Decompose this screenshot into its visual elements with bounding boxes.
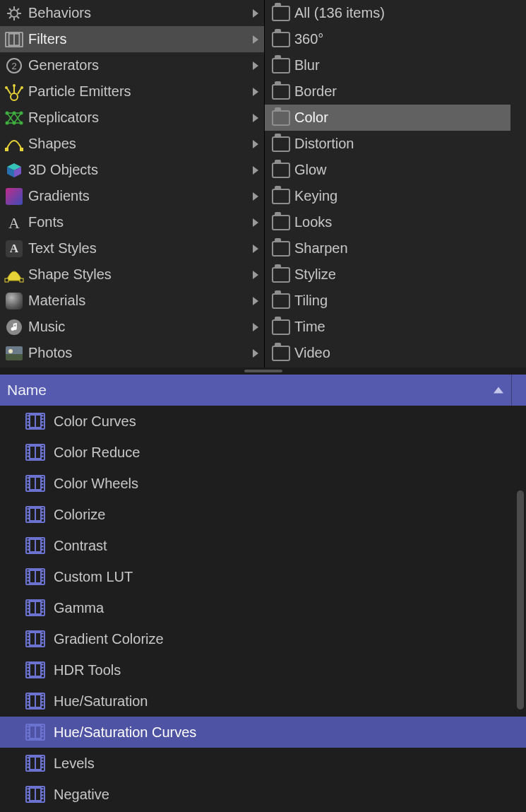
subcategory-label: Distortion (294, 136, 354, 152)
folder-icon (272, 319, 290, 335)
category-label: Gradients (28, 188, 90, 204)
filter-item[interactable]: Levels (0, 748, 526, 779)
filmstrip-icon (25, 412, 45, 430)
filter-list-container: Color CurvesColor ReduceColor WheelsColo… (0, 406, 526, 812)
subcategory-row[interactable]: Border (265, 78, 510, 105)
subcategory-row[interactable]: 360° (265, 26, 510, 52)
category-row[interactable]: AText Styles (0, 235, 264, 261)
library-browser-top: BehaviorsFilters2GeneratorsParticle Emit… (0, 0, 526, 367)
filter-item[interactable]: Hue/Saturation (0, 686, 526, 717)
folder-icon (272, 189, 290, 204)
gradient-icon (4, 187, 24, 206)
disclosure-arrow-icon (253, 192, 258, 201)
category-label: Behaviors (28, 5, 91, 21)
svg-line-8 (7, 88, 11, 94)
scrollbar-thumb[interactable] (517, 490, 524, 710)
filter-item[interactable]: Custom LUT (0, 561, 526, 592)
filter-item[interactable]: Color Curves (0, 406, 526, 437)
category-row[interactable]: Photos (0, 340, 264, 366)
particle-emitter-icon (4, 82, 24, 102)
category-row[interactable]: Shapes (0, 131, 264, 157)
subcategory-row[interactable]: Sharpen (265, 235, 510, 261)
subcategory-row[interactable]: Time (265, 314, 510, 340)
category-row[interactable]: 3D Objects (0, 157, 264, 183)
filter-item-label: Levels (54, 755, 95, 772)
svg-text:2: 2 (11, 61, 16, 71)
category-label: Music (28, 319, 65, 335)
category-label: Fonts (28, 214, 64, 230)
subcategory-row[interactable]: Distortion (265, 131, 510, 157)
disclosure-arrow-icon (253, 140, 258, 148)
filter-item[interactable]: Color Wheels (0, 468, 526, 499)
sort-ascending-icon (494, 387, 503, 394)
music-icon (4, 317, 24, 337)
category-column: BehaviorsFilters2GeneratorsParticle Emit… (0, 0, 265, 367)
svg-point-12 (20, 86, 23, 89)
header-divider (511, 375, 512, 406)
subcategory-column: All (136 items)360°BlurBorderColorDistor… (265, 0, 526, 367)
category-row[interactable]: Filters (0, 26, 264, 52)
filmstrip-icon (25, 443, 45, 461)
disclosure-arrow-icon (253, 349, 258, 358)
category-row[interactable]: Materials (0, 288, 264, 314)
filter-item[interactable]: Gamma (0, 592, 526, 623)
filter-list[interactable]: Color CurvesColor ReduceColor WheelsColo… (0, 406, 526, 812)
filter-item[interactable]: Color Reduce (0, 437, 526, 468)
disclosure-arrow-icon (253, 166, 258, 175)
category-row[interactable]: Replicators (0, 105, 264, 131)
filmstrip-icon (25, 785, 45, 804)
svg-point-11 (5, 86, 8, 89)
replicator-icon (4, 108, 24, 128)
category-row[interactable]: Behaviors (0, 0, 264, 26)
filter-item-label: Negative (54, 787, 109, 803)
filter-item-label: Color Curves (54, 413, 136, 430)
cube-icon (4, 160, 24, 180)
list-header[interactable]: Name (0, 375, 526, 406)
disclosure-arrow-icon (253, 88, 258, 96)
filter-item-label: Gamma (54, 600, 104, 616)
subcategory-label: Blur (294, 57, 320, 73)
subcategory-row[interactable]: Color (265, 105, 510, 131)
disclosure-arrow-icon (253, 323, 258, 331)
subcategory-row[interactable]: Stylize (265, 261, 510, 288)
svg-rect-31 (5, 278, 8, 282)
category-label: 3D Objects (28, 162, 98, 178)
filter-item[interactable]: Colorize (0, 499, 526, 530)
shape-style-icon (4, 265, 24, 285)
subcategory-row[interactable]: Keying (265, 183, 510, 209)
subcategory-label: Keying (294, 188, 337, 204)
category-row[interactable]: AFonts (0, 209, 264, 235)
filter-item[interactable]: HDR Tools (0, 654, 526, 686)
svg-point-10 (13, 84, 16, 87)
filter-item[interactable]: Contrast (0, 530, 526, 561)
filmstrip-icon (25, 474, 45, 493)
filter-item-label: Custom LUT (54, 569, 133, 585)
disclosure-arrow-icon (253, 218, 258, 227)
subcategory-row[interactable]: Looks (265, 209, 510, 235)
filmstrip-icon (25, 505, 45, 524)
filter-item[interactable]: Negative (0, 779, 526, 810)
category-label: Shapes (28, 136, 76, 152)
subcategory-label: 360° (294, 31, 323, 47)
category-row[interactable]: Music (0, 314, 264, 340)
text-style-icon: A (4, 239, 24, 259)
subcategory-row[interactable]: Glow (265, 157, 510, 183)
disclosure-arrow-icon (253, 297, 258, 305)
filter-item[interactable]: Hue/Saturation Curves (0, 717, 526, 748)
subcategory-row[interactable]: Blur (265, 52, 510, 78)
category-row[interactable]: 2Generators (0, 52, 264, 78)
category-row[interactable]: Particle Emitters (0, 78, 264, 105)
subcategory-label: Stylize (294, 266, 336, 283)
category-row[interactable]: Gradients (0, 183, 264, 209)
subcategory-label: Tiling (294, 293, 328, 309)
generator-icon: 2 (4, 56, 24, 76)
pane-resize-handle[interactable] (0, 367, 526, 375)
subcategory-label: Sharpen (294, 240, 348, 257)
category-label: Generators (28, 57, 99, 73)
subcategory-row[interactable]: All (136 items) (265, 0, 510, 26)
subcategory-row[interactable]: Video (265, 340, 510, 366)
subcategory-row[interactable]: Tiling (265, 288, 510, 314)
filmstrip-icon (25, 599, 45, 617)
filter-item[interactable]: Gradient Colorize (0, 623, 526, 654)
category-row[interactable]: Shape Styles (0, 261, 264, 288)
